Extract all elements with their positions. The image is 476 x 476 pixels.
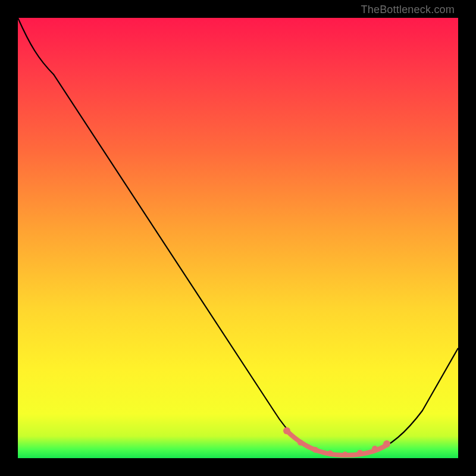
highlight-bead: [372, 446, 378, 452]
highlight-bead: [298, 440, 303, 446]
curve-svg: [18, 18, 458, 458]
highlight-bead: [283, 427, 290, 434]
watermark-text: TheBottleneck.com: [361, 4, 455, 16]
highlight-bead: [383, 440, 390, 447]
plot-area: [18, 18, 458, 458]
highlight-bead: [357, 450, 363, 456]
highlight-bead: [342, 452, 348, 458]
bottleneck-curve: [18, 18, 458, 455]
highlight-bead: [327, 450, 333, 456]
highlight-bead: [312, 447, 318, 453]
chart-frame: TheBottleneck.com: [0, 0, 476, 476]
